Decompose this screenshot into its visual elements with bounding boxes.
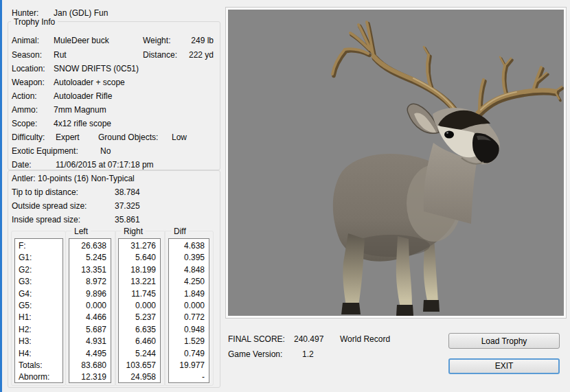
trophy-info-title: Trophy Info — [11, 17, 58, 27]
measurement-cell: 19.977 — [169, 360, 209, 371]
measurement-cell: 4.848 — [169, 264, 209, 276]
measurement-cell: 5.687 — [69, 324, 111, 336]
measurement-cell: 0.000 — [69, 300, 111, 312]
measurement-cell: 13.351 — [69, 264, 111, 276]
scope-label: Scope: — [12, 119, 37, 128]
measurement-cell: 0.000 — [169, 300, 209, 312]
antler-summary: Antler: 10-points (16) Non-Typical — [12, 174, 135, 183]
measurement-cell: 0.749 — [169, 348, 209, 360]
measurement-cell: 24.958 — [119, 371, 160, 383]
measurement-cell: 4.495 — [69, 348, 111, 360]
ammo-value: 7mm Magnum — [54, 105, 106, 115]
measurement-cell: 6.635 — [119, 324, 160, 336]
measurement-cell: 5.640 — [119, 252, 160, 264]
weapon-value: Autoloader + scope — [54, 78, 125, 87]
exotic-label: Exotic Equipment: — [12, 146, 78, 156]
exit-button[interactable]: EXIT — [448, 358, 560, 374]
measurement-cell: 5.245 — [69, 252, 111, 264]
inside-spread-value: 35.861 — [115, 215, 140, 224]
measurement-cell: 9.896 — [69, 288, 111, 300]
measurement-cell: H2: — [15, 324, 62, 336]
measurement-cell: G3: — [15, 276, 62, 288]
record-badge: World Record — [340, 334, 390, 344]
measurement-right-list[interactable]: 31.2765.64018.19913.22111.7450.0005.2376… — [118, 238, 161, 383]
season-label: Season: — [12, 50, 42, 60]
action-value: Autoloader Rifle — [54, 91, 112, 101]
measurement-cell: 26.638 — [69, 240, 111, 252]
measurement-cell: 0.395 — [169, 252, 209, 264]
measurement-cell: 5.244 — [119, 348, 160, 360]
measurement-cell: 8.972 — [69, 276, 111, 288]
difficulty-label: Difficulty: — [12, 132, 45, 142]
measurement-left-list[interactable]: 26.6385.24513.3518.9729.8960.0004.4665.6… — [69, 238, 111, 383]
measurement-cell: - — [169, 371, 209, 383]
measurement-cell: 103.657 — [119, 360, 160, 371]
action-label: Action: — [12, 91, 37, 101]
measurement-cell: 0.000 — [119, 300, 160, 312]
column-header-left: Left — [71, 227, 91, 236]
measurement-cell: 18.199 — [119, 264, 160, 276]
difficulty-value: Expert — [56, 132, 80, 142]
exotic-value: No — [100, 146, 111, 156]
measurement-cell: H1: — [15, 312, 62, 323]
measurement-cell: Totals: — [15, 360, 62, 371]
ground-objects-value: Low — [172, 132, 187, 142]
trophy-3d-viewer[interactable] — [226, 8, 566, 318]
measurement-cell: G4: — [15, 288, 62, 300]
location-label: Location: — [12, 64, 45, 73]
measurement-rowlabels-list[interactable]: F:G1:G2:G3:G4:G5:H1:H2:H3:H4:Totals:Abno… — [14, 238, 63, 383]
measurement-cell: 1.529 — [169, 336, 209, 347]
trophy-window: Hunter: Jan (GDL) Fun Trophy Info Animal… — [0, 0, 570, 392]
measurement-cell: 4.931 — [69, 336, 111, 347]
measurement-cell: H4: — [15, 348, 62, 360]
distance-value: 222 yd — [167, 50, 214, 60]
measurement-cell: G5: — [15, 300, 62, 312]
weight-value: 249 lb — [167, 36, 214, 45]
tip-to-tip-label: Tip to tip distance: — [12, 187, 78, 197]
game-version-value: 1.2 — [302, 349, 314, 359]
animal-value: MuleDeer buck — [54, 36, 109, 45]
outside-spread-value: 37.325 — [115, 201, 140, 211]
measurement-diff-list[interactable]: 4.6380.3954.8484.2501.8490.0000.7720.948… — [168, 238, 209, 383]
season-value: Rut — [54, 50, 67, 60]
measurement-cell: 13.221 — [119, 276, 160, 288]
final-score-value: 240.497 — [294, 334, 323, 344]
measurement-cell: 12.319 — [69, 371, 111, 383]
measurement-cell: Abnorm: — [15, 371, 62, 383]
animal-label: Animal: — [12, 36, 39, 45]
measurement-cell: H3: — [15, 336, 62, 347]
outside-spread-label: Outside spread size: — [12, 201, 87, 211]
measurement-cell: 4.466 — [69, 312, 111, 323]
measurement-cell: 0.772 — [169, 312, 209, 323]
scope-value: 4x12 rifle scope — [54, 119, 111, 128]
measurement-cell: 4.638 — [169, 240, 209, 252]
date-label: Date: — [12, 160, 32, 170]
measurement-cell: G1: — [15, 252, 62, 264]
ground-objects-label: Ground Objects: — [98, 132, 158, 142]
deer-render — [228, 10, 564, 316]
measurement-cell: 4.250 — [169, 276, 209, 288]
measurement-cell: F: — [15, 240, 62, 252]
measurement-cell: G2: — [15, 264, 62, 276]
tip-to-tip-value: 38.784 — [115, 187, 140, 197]
hunter-label: Hunter: — [12, 8, 38, 18]
measurement-cell: 1.849 — [169, 288, 209, 300]
measurement-cell: 6.460 — [119, 336, 160, 347]
measurement-cell: 83.680 — [69, 360, 111, 371]
measurement-cell: 31.276 — [119, 240, 160, 252]
inside-spread-label: Inside spread size: — [12, 215, 80, 224]
measurement-cell: 0.948 — [169, 324, 209, 336]
column-header-right: Right — [121, 227, 146, 236]
hunter-value: Jan (GDL) Fun — [54, 8, 108, 18]
ammo-label: Ammo: — [12, 105, 38, 115]
location-value: SNOW DRIFTS (0C51) — [54, 64, 139, 73]
measurement-cell: 11.745 — [119, 288, 160, 300]
measurement-cell: 5.237 — [119, 312, 160, 323]
weapon-label: Weapon: — [12, 78, 45, 87]
column-header-diff: Diff — [171, 227, 189, 236]
game-version-label: Game Version: — [228, 349, 282, 359]
load-trophy-button[interactable]: Load Trophy — [448, 333, 560, 349]
date-value: 11/06/2015 at 07:17:18 pm — [56, 160, 154, 170]
final-score-label: FINAL SCORE: — [228, 334, 285, 344]
